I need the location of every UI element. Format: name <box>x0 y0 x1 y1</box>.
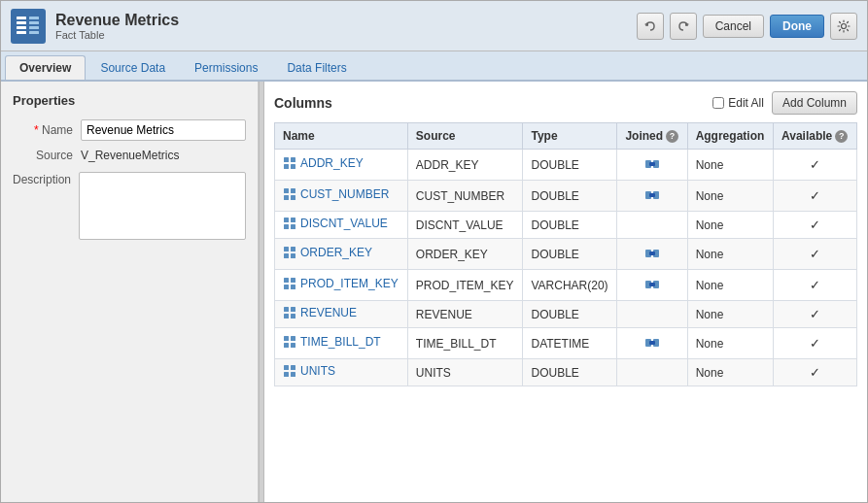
columns-title: Columns <box>274 95 332 111</box>
table-row: ADDR_KEY ADDR_KEY DOUBLE None ✓ <box>275 150 857 181</box>
edit-all-label[interactable]: Edit All <box>712 96 764 110</box>
col-type-cell: DOUBLE <box>523 181 617 212</box>
col-name-cell: REVENUE <box>275 301 408 328</box>
undo-icon <box>643 19 657 33</box>
col-name-link[interactable]: REVENUE <box>300 306 357 319</box>
col-source-cell: CUST_NUMBER <box>407 181 523 212</box>
columns-header: Columns Edit All Add Column <box>274 91 857 115</box>
tab-source-data[interactable]: Source Data <box>86 55 180 80</box>
svg-rect-14 <box>291 164 295 169</box>
col-available-cell: ✓ <box>774 359 857 386</box>
svg-rect-37 <box>291 278 295 283</box>
col-type-cell: DATETIME <box>523 328 617 359</box>
column-grid-icon <box>283 217 296 230</box>
edit-all-checkbox[interactable] <box>712 97 724 109</box>
available-check: ✓ <box>810 247 820 261</box>
available-check: ✓ <box>810 365 820 380</box>
cancel-button[interactable]: Cancel <box>703 15 764 38</box>
description-input[interactable] <box>79 172 246 240</box>
name-input[interactable] <box>81 119 246 141</box>
col-aggregation-cell: None <box>687 181 773 212</box>
svg-rect-21 <box>291 195 295 200</box>
add-column-button[interactable]: Add Column <box>772 91 857 115</box>
col-name-link[interactable]: CUST_NUMBER <box>300 187 389 201</box>
col-name-cell: UNITS <box>275 359 408 386</box>
columns-controls: Edit All Add Column <box>712 91 857 115</box>
svg-rect-27 <box>284 224 289 229</box>
header-title: Revenue Metrics Fact Table <box>55 12 179 41</box>
col-available-cell: ✓ <box>774 301 857 328</box>
svg-rect-12 <box>291 157 295 162</box>
column-grid-icon <box>283 364 296 378</box>
col-available-cell: ✓ <box>774 212 857 239</box>
tab-overview[interactable]: Overview <box>5 55 86 80</box>
col-joined-cell <box>617 359 687 386</box>
col-name-link[interactable]: ADDR_KEY <box>300 156 364 170</box>
source-field-row: Source V_RevenueMetrics <box>13 149 246 162</box>
tab-data-filters[interactable]: Data Filters <box>272 55 361 80</box>
name-label: Name <box>13 123 81 137</box>
svg-rect-55 <box>291 365 295 370</box>
redo-button[interactable] <box>670 13 697 40</box>
svg-rect-32 <box>291 253 295 258</box>
col-source-cell: DISCNT_VALUE <box>407 212 523 239</box>
col-source-cell: PROD_ITEM_KEY <box>407 270 523 301</box>
settings-button[interactable] <box>830 13 857 40</box>
name-field-row: Name <box>13 119 246 141</box>
table-row: PROD_ITEM_KEY PROD_ITEM_KEY VARCHAR(20) … <box>275 270 857 301</box>
col-aggregation-cell: None <box>687 301 773 328</box>
column-grid-icon <box>283 335 296 349</box>
tab-permissions[interactable]: Permissions <box>180 55 272 80</box>
col-joined-cell <box>617 212 687 239</box>
svg-rect-7 <box>29 31 39 34</box>
description-field-row: Description <box>13 170 246 240</box>
col-header-type: Type <box>523 123 617 150</box>
edit-all-text: Edit All <box>728 96 764 110</box>
svg-rect-17 <box>649 162 655 166</box>
col-type-cell: DOUBLE <box>523 150 617 181</box>
col-source-cell: UNITS <box>407 359 523 386</box>
col-name-link[interactable]: ORDER_KEY <box>300 246 372 259</box>
col-aggregation-cell: None <box>687 212 773 239</box>
svg-rect-39 <box>291 285 295 289</box>
col-name-link[interactable]: TIME_BILL_DT <box>300 335 381 349</box>
available-help-icon[interactable]: ? <box>835 130 848 143</box>
col-available-cell: ✓ <box>774 270 857 301</box>
col-type-cell: DOUBLE <box>523 301 617 328</box>
svg-rect-35 <box>649 252 655 255</box>
available-check: ✓ <box>810 157 820 172</box>
svg-rect-11 <box>284 157 289 162</box>
redo-icon <box>677 19 690 33</box>
table-row: TIME_BILL_DT TIME_BILL_DT DATETIME None … <box>275 328 857 359</box>
col-source-cell: REVENUE <box>407 301 523 328</box>
col-available-cell: ✓ <box>774 181 857 212</box>
svg-rect-49 <box>284 343 289 348</box>
joined-help-icon[interactable]: ? <box>666 130 678 143</box>
col-name-link[interactable]: PROD_ITEM_KEY <box>300 277 399 290</box>
col-available-cell: ✓ <box>774 150 857 181</box>
svg-rect-44 <box>291 307 295 312</box>
undo-button[interactable] <box>637 13 664 40</box>
header-right: Cancel Done <box>637 13 857 40</box>
col-name-link[interactable]: UNITS <box>300 364 335 378</box>
svg-rect-18 <box>284 188 289 193</box>
col-joined-cell <box>617 181 687 212</box>
col-name-cell: ADDR_KEY <box>275 150 408 181</box>
svg-rect-3 <box>17 31 26 34</box>
col-joined-cell <box>617 239 687 270</box>
column-grid-icon <box>283 187 296 201</box>
table-header-row: Name Source Type Joined ? Aggregation <box>275 123 857 150</box>
svg-rect-2 <box>17 26 26 29</box>
source-label: Source <box>13 149 81 162</box>
col-type-cell: DOUBLE <box>523 212 617 239</box>
svg-rect-0 <box>17 17 26 19</box>
svg-rect-48 <box>291 336 295 341</box>
done-button[interactable]: Done <box>770 15 824 38</box>
col-aggregation-cell: None <box>687 270 773 301</box>
svg-rect-57 <box>291 372 295 377</box>
col-aggregation-cell: None <box>687 239 773 270</box>
svg-rect-25 <box>284 218 289 222</box>
col-name-link[interactable]: DISCNT_VALUE <box>300 217 388 230</box>
svg-rect-1 <box>17 21 26 24</box>
columns-panel: Columns Edit All Add Column Name Source … <box>264 82 867 502</box>
